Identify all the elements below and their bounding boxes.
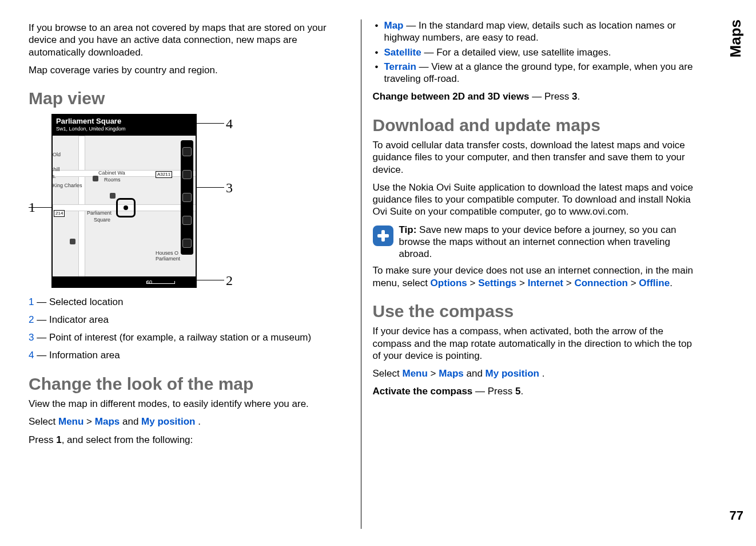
intro-paragraph: If you browse to an area not covered by … (29, 22, 349, 58)
map-label: Rooms (104, 177, 121, 183)
tip-label: Tip: (399, 224, 417, 235)
map-title: Parliament Square (56, 117, 192, 126)
path-settings: Settings (478, 278, 516, 288)
tip-text: Save new maps to your device before a jo… (399, 224, 677, 260)
menu-path-menu: Menu (402, 368, 427, 379)
heading-use-compass: Use the compass (373, 300, 694, 322)
map-view-figure: Parliament Square Sw1, London, United Ki… (29, 113, 240, 290)
text: and (466, 368, 485, 379)
route-tag: A3211 (156, 171, 172, 178)
legend-4: 4 — Information area (29, 349, 349, 361)
callout-line (196, 123, 224, 124)
sep: > (470, 278, 479, 288)
text: Press (29, 434, 56, 445)
view-mode-map: Map — In the standard map view, details … (373, 19, 694, 44)
callout-4: 4 (226, 115, 233, 132)
nav-path: Select Menu > Maps and My position . (29, 416, 349, 428)
action-label: Change between 2D and 3D views (373, 91, 530, 102)
text: — Press (472, 386, 515, 397)
columns: If you browse to an area not covered by … (29, 19, 727, 529)
menu-path-menu: Menu (58, 416, 83, 427)
callout-line (196, 280, 224, 280)
text: . (542, 368, 545, 379)
download-p1: To avoid cellular data transfer costs, d… (373, 139, 694, 176)
view-mode-list: Map — In the standard map view, details … (373, 19, 694, 85)
legend-3: 3 — Point of interest (for example, a ra… (29, 331, 349, 343)
legend-1: 1 — Selected location (29, 296, 349, 308)
map-label: King Charles (53, 183, 82, 189)
legend-text: — Selected location (34, 296, 123, 307)
offline-path: To make sure your device does not use an… (373, 264, 694, 289)
desc: — In the standard map view, details such… (384, 20, 676, 43)
download-p2: Use the Nokia Ovi Suite application to d… (373, 181, 694, 218)
map-canvas: Old rchill us. King Charles Cabinet Wa R… (53, 136, 196, 276)
section-tab: Maps (726, 19, 745, 57)
map-label: us. (51, 173, 56, 180)
callout-line (196, 187, 224, 188)
manual-page: Maps 77 If you browse to an area not cov… (0, 0, 756, 546)
callout-3: 3 (226, 179, 233, 196)
text: and (122, 416, 141, 427)
route-tag: 214 (54, 210, 65, 217)
callout-2: 2 (226, 272, 233, 289)
sep: > (519, 278, 528, 288)
text: , and select from the following: (62, 434, 193, 445)
toolbar-icon (182, 193, 192, 202)
desc: — View at a glance the ground type, for … (384, 61, 693, 84)
key-5: 5 (515, 386, 520, 397)
text: . (670, 278, 673, 288)
legend-text: — Point of interest (for example, a rail… (34, 332, 311, 343)
nav-path-compass: Select Menu > Maps and My position . (373, 367, 694, 379)
poi-icon (93, 176, 98, 181)
key-1: 1 (56, 434, 61, 445)
poi-icon (70, 239, 75, 244)
tip-text-wrap: Tip: Save new maps to your device before… (399, 224, 694, 260)
map-info-area: Parliament Square Sw1, London, United Ki… (53, 115, 196, 136)
text: Select (29, 416, 58, 427)
menu-path-my-position: My position (486, 368, 539, 379)
menu-path-maps: Maps (95, 416, 120, 427)
change-look-body: View the map in different modes, to easi… (29, 398, 349, 410)
selected-location-marker (116, 198, 136, 217)
map-label: Square (94, 217, 110, 223)
map-right-toolbar (181, 140, 193, 255)
path-options: Options (431, 278, 467, 288)
view-mode-satellite: Satellite — For a detailed view, use sat… (373, 46, 694, 58)
toolbar-icon (182, 239, 192, 248)
heading-download-maps: Download and update maps (373, 114, 694, 136)
compass-body: If your device has a compass, when activ… (373, 325, 694, 362)
legend-text: — Information area (34, 350, 120, 361)
text: . (578, 91, 580, 102)
view-mode-terrain: Terrain — View at a glance the ground ty… (373, 61, 694, 85)
path-offline: Offline (639, 278, 670, 288)
term-satellite: Satellite (384, 47, 421, 58)
toolbar-icon (182, 216, 192, 225)
callout-1: 1 (29, 199, 35, 216)
sep: > (431, 368, 439, 379)
map-label: Parliament (87, 210, 112, 216)
toolbar-icon (182, 170, 192, 179)
map-indicator-area: 60 (53, 276, 196, 287)
map-label: rchill (51, 167, 60, 173)
tip-block: Tip: Save new maps to your device before… (373, 224, 694, 260)
heading-change-look: Change the look of the map (29, 373, 349, 395)
sep: > (86, 416, 95, 427)
map-label: Old (53, 152, 61, 158)
text: — Press (529, 91, 572, 102)
term-map: Map (384, 20, 404, 31)
map-screenshot: Parliament Square Sw1, London, United Ki… (51, 114, 197, 288)
toolbar-icon (182, 147, 192, 156)
desc: — For a detailed view, use satellite ima… (421, 47, 611, 58)
legend-text: — Indicator area (34, 314, 108, 325)
map-label: Cabinet Wa (98, 170, 125, 176)
text: . (520, 386, 523, 397)
poi-icon (110, 193, 116, 199)
right-column: Map — In the standard map view, details … (361, 19, 728, 529)
heading-map-view: Map view (29, 88, 349, 109)
left-column: If you browse to an area not covered by … (29, 19, 361, 529)
activate-compass: Activate the compass — Press 5. (373, 385, 694, 397)
page-number: 77 (730, 508, 743, 524)
menu-path-maps: Maps (439, 368, 463, 379)
text: Select (373, 368, 403, 379)
map-subtitle: Sw1, London, United Kingdom (56, 126, 192, 132)
